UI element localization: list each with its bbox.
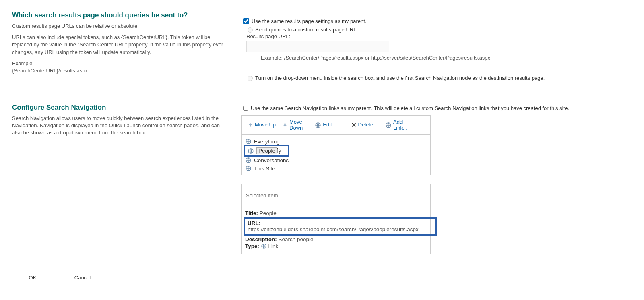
use-parent-results-label: Use the same results page settings as my… bbox=[252, 18, 366, 24]
link-icon bbox=[245, 165, 252, 172]
move-up-button[interactable]: Move Up bbox=[244, 120, 279, 129]
use-parent-nav-label: Use the same Search Navigation links as … bbox=[251, 105, 569, 111]
selected-item-panel: Title: People URL: https://citizenbuilde… bbox=[242, 207, 431, 254]
nav-item-everything[interactable]: Everything bbox=[242, 137, 430, 145]
results-url-input[interactable] bbox=[246, 41, 389, 52]
link-icon bbox=[385, 122, 392, 128]
results-url-example: Example: /SearchCenter/Pages/results.asp… bbox=[261, 55, 632, 61]
section-results-heading: Which search results page should queries… bbox=[12, 11, 229, 19]
selected-title: Title: People bbox=[245, 210, 427, 216]
results-desc-2: URLs can also include special tokens, su… bbox=[12, 34, 229, 56]
x-icon bbox=[351, 122, 357, 128]
link-icon bbox=[245, 138, 252, 145]
link-icon bbox=[261, 243, 267, 249]
selected-item-header: Selected Item bbox=[242, 184, 431, 207]
link-icon bbox=[245, 157, 252, 163]
results-desc-1: Custom results page URLs can be relative… bbox=[12, 23, 229, 30]
results-example-left: Example: {SearchCenterURL}/results.aspx bbox=[12, 60, 229, 74]
add-link-button[interactable]: AddLink... bbox=[382, 118, 411, 132]
nav-item-this-site[interactable]: This Site bbox=[242, 164, 430, 172]
use-parent-results-checkbox[interactable] bbox=[243, 18, 249, 24]
nav-item-people[interactable]: People bbox=[244, 145, 289, 157]
arrow-up-icon bbox=[248, 122, 253, 128]
nav-item-conversations[interactable]: Conversations bbox=[242, 156, 430, 164]
results-url-label: Results page URL: bbox=[246, 33, 632, 39]
nav-link-list: Everything People Conversations This Sit… bbox=[242, 134, 431, 175]
arrow-down-icon bbox=[282, 122, 288, 128]
delete-button[interactable]: Delete bbox=[348, 120, 377, 129]
cancel-button[interactable]: Cancel bbox=[62, 271, 103, 284]
nav-toolbar: Move Up MoveDown Edit... Delete AddLink.… bbox=[242, 115, 431, 134]
link-icon bbox=[315, 122, 321, 128]
custom-results-label: Send queries to a custom results page UR… bbox=[255, 27, 358, 33]
ok-button[interactable]: OK bbox=[12, 271, 53, 284]
nav-desc: Search Navigation allows users to move q… bbox=[12, 115, 229, 137]
dropdown-results-label: Turn on the drop-down menu inside the se… bbox=[255, 75, 545, 81]
move-down-button[interactable]: MoveDown bbox=[279, 118, 306, 132]
selected-url: URL: https://citizenbuilders.sharepoint.… bbox=[244, 217, 437, 236]
link-icon bbox=[248, 148, 254, 154]
selected-type: Type: Link bbox=[245, 243, 427, 249]
edit-button[interactable]: Edit... bbox=[312, 120, 339, 130]
custom-results-radio[interactable] bbox=[248, 27, 253, 33]
section-nav-heading: Configure Search Navigation bbox=[12, 103, 229, 112]
cursor-icon bbox=[277, 148, 283, 154]
use-parent-nav-checkbox[interactable] bbox=[243, 106, 248, 111]
selected-description: Description: Search people bbox=[245, 236, 427, 242]
dropdown-results-radio[interactable] bbox=[248, 76, 253, 81]
